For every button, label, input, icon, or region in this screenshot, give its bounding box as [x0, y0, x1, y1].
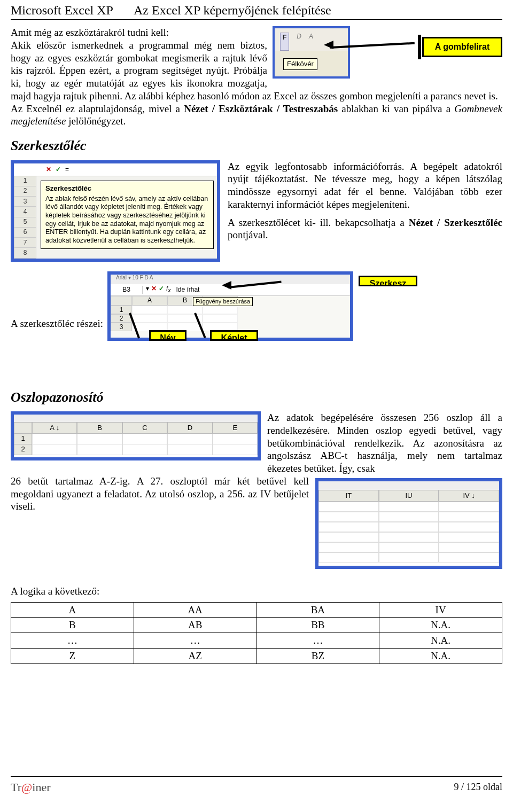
szerkesztolec-text: Az egyik legfontosabb információforrás. … — [228, 160, 502, 262]
page-header: Microsoft Excel XP Az Excel XP képernyőj… — [11, 0, 502, 20]
logic-label: A logika a következő: — [11, 585, 502, 598]
header-left: Microsoft Excel XP — [11, 2, 134, 18]
column-logic-table: AAABAIV BABBBN.A. ………N.A. ZAZBZN.A. — [11, 602, 502, 664]
name-box: B3 — [111, 286, 143, 294]
bold-button: F — [280, 33, 289, 51]
table-row: BABBBN.A. — [11, 618, 502, 633]
tooltip-illustration: F D A Félkövér A gombfelirat — [273, 26, 502, 80]
dropdown-icon: ▾ — [146, 285, 149, 294]
intro-title: Amit még az eszköztárakról tudni kell: — [11, 27, 169, 38]
column-headers-figure-right: IT IU IV ↓ — [315, 478, 502, 569]
callout-nev: Név — [149, 330, 186, 341]
fx-tooltip: Függvény beszúrása — [193, 297, 253, 307]
equals-icon: = — [65, 166, 69, 174]
parts-label: A szerkesztőléc részei: — [11, 317, 103, 341]
page-footer: Tr@iner 9 / 125 oldal — [11, 776, 502, 795]
table-row: ZAZBZN.A. — [11, 648, 502, 663]
header-right: Az Excel XP képernyőjének felépítése — [134, 2, 502, 18]
formula-bar-tooltip: Szerkesztőléc Az ablak felső részén lévő… — [41, 181, 214, 249]
tooltip-label: Félkövér — [283, 58, 317, 70]
enter-icon: ✓ — [159, 285, 164, 294]
arrow-head-icon — [324, 41, 333, 49]
underline-button: A — [309, 33, 313, 51]
enter-icon: ✓ — [56, 166, 61, 174]
cancel-icon: ✕ — [46, 166, 51, 174]
callout-szerkesz: Szerkesz — [359, 276, 417, 286]
column-headers-figure-left: A ↓ B C D E 1 2 — [11, 411, 261, 460]
cancel-icon: ✕ — [151, 285, 157, 294]
trainer-logo: Tr@iner — [11, 780, 50, 795]
page-number: 9 / 125 oldal — [454, 781, 503, 793]
callout-keplet: Képlet — [210, 330, 258, 341]
table-row: ………N.A. — [11, 633, 502, 649]
row-headers: 1 2 3 4 5 6 7 8 — [14, 176, 36, 259]
arrow-head-icon — [222, 281, 231, 290]
excel-toolbar-snippet: F D A Félkövér — [273, 26, 350, 79]
oszlop-text-1: Az adatok begépelésére összesen 256 oszl… — [267, 411, 502, 475]
section-oszlopazonosito: Oszlopazonosító — [11, 389, 502, 407]
fx-icon: fx — [166, 285, 170, 294]
formula-bar-help-figure: ✕ ✓ = 1 2 3 4 5 6 7 8 Szerkesztőléc Az a… — [11, 160, 220, 262]
callout-gombfelirat: A gombfelirat — [422, 37, 502, 57]
section-szerkesztolec: Szerkesztőléc — [11, 137, 502, 155]
formula-bar-parts-figure: Arial ▾ 10 F D A B3 ▾ ✕ ✓ fx Ide írhat F… — [107, 271, 353, 341]
table-row: AAABAIV — [11, 602, 502, 618]
intro-paragraph-2: Az Excelnél ez alaptulajdonság, mivel a … — [11, 103, 502, 128]
callout-bar — [418, 35, 421, 59]
formula-edit-box: Ide írhat — [174, 286, 350, 294]
italic-button: D — [297, 33, 301, 51]
